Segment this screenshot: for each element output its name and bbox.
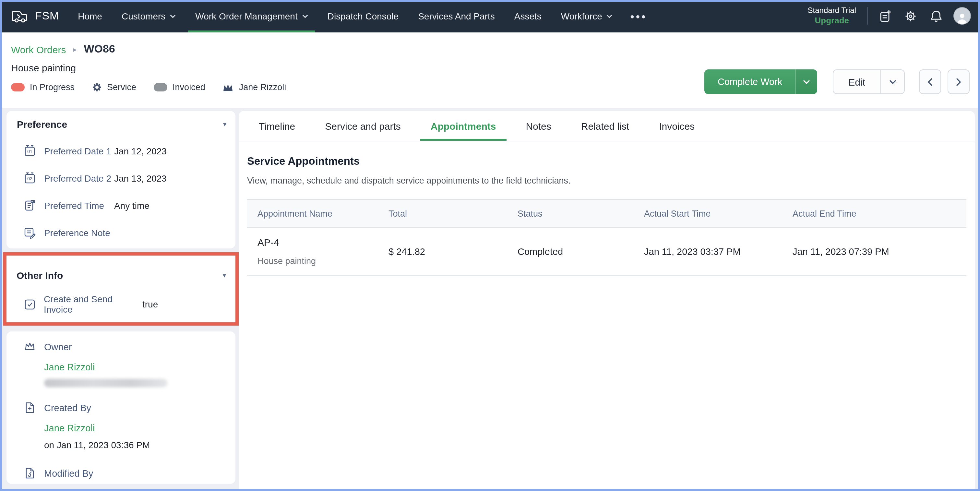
next-record-button[interactable] <box>948 69 970 94</box>
breadcrumb: Work Orders ▸ WO86 <box>11 43 970 56</box>
appointments-section: Service Appointments View, manage, sched… <box>239 155 975 276</box>
trial-label: Standard Trial <box>808 6 856 16</box>
note-add-icon <box>878 9 892 23</box>
nav-item-assets[interactable]: Assets <box>504 0 551 32</box>
owner-row: Owner <box>24 340 235 353</box>
breadcrumb-current: WO86 <box>84 43 115 56</box>
document-wrench-icon <box>24 467 36 479</box>
created-by-name-link[interactable]: Jane Rizzoli <box>44 423 95 433</box>
tab-invoices[interactable]: Invoices <box>649 111 705 141</box>
table-row[interactable]: AP-4 House painting $ 241.82 Completed J… <box>247 227 966 275</box>
chevron-down-icon <box>803 79 810 84</box>
tab-label: Appointments <box>431 120 496 131</box>
other-info-card: Other Info ▾ Create and Send Invoice tru… <box>6 256 235 315</box>
nav-item-label: Assets <box>514 11 542 21</box>
collapse-icon[interactable]: ▾ <box>223 121 226 128</box>
status-label: In Progress <box>30 83 75 92</box>
appointments-table: Appointment Name Total Status Actual Sta… <box>247 199 966 276</box>
chevron-down-icon <box>170 14 176 18</box>
field-preferred-date-2: 02 Preferred Date 2 Jan 13, 2023 <box>24 172 235 184</box>
nav-item-work-order-management[interactable]: Work Order Management <box>186 0 318 32</box>
svg-text:02: 02 <box>27 176 32 181</box>
status-label: Service <box>107 83 136 92</box>
complete-work-label: Complete Work <box>705 69 795 94</box>
field-label: Preferred Date 2 <box>44 173 114 183</box>
note-pencil-icon <box>24 226 36 239</box>
created-by-label: Created By <box>44 402 91 413</box>
detail-sidebar: Preference ▾ 01 Preferred Date 1 Jan 12,… <box>6 111 235 248</box>
field-preference-note: Preference Note <box>24 226 235 239</box>
brand[interactable]: FSM <box>11 10 59 23</box>
document-plus-icon <box>24 402 36 414</box>
nav-item-services-and-parts[interactable]: Services And Parts <box>408 0 504 32</box>
notifications-button[interactable] <box>928 8 944 24</box>
gear-icon <box>904 9 918 23</box>
quick-create-button[interactable] <box>878 8 893 24</box>
tab-bar: Timeline Service and parts Appointments … <box>239 111 975 141</box>
nav-item-workforce[interactable]: Workforce <box>551 0 622 32</box>
owner-name-link[interactable]: Jane Rizzoli <box>44 362 95 372</box>
content-area: Preference ▾ 01 Preferred Date 1 Jan 12,… <box>0 108 980 491</box>
avatar[interactable] <box>953 8 971 25</box>
status-owner: Jane Rizzoli <box>223 83 286 92</box>
nav-more-menu[interactable]: ●●● <box>622 12 655 20</box>
status-dot <box>11 83 25 91</box>
edit-dropdown[interactable] <box>880 70 904 94</box>
top-navbar: FSM Home Customers Work Order Management… <box>0 0 980 32</box>
tab-label: Related list <box>581 120 629 131</box>
other-info-highlight-box: Other Info ▾ Create and Send Invoice tru… <box>3 252 239 326</box>
appointment-subtitle: House painting <box>258 256 388 266</box>
breadcrumb-work-orders-link[interactable]: Work Orders <box>11 44 66 55</box>
tab-label: Invoices <box>659 120 695 131</box>
field-label: Preferred Time <box>44 200 114 210</box>
status-service-type: Service <box>92 83 136 92</box>
tab-label: Service and parts <box>325 120 401 131</box>
calendar-01-icon: 01 <box>24 145 36 157</box>
svg-text:01: 01 <box>27 149 32 154</box>
tab-service-and-parts[interactable]: Service and parts <box>315 111 411 141</box>
fsm-truck-icon <box>11 10 29 23</box>
divider <box>867 8 868 25</box>
chevron-down-icon <box>889 79 896 84</box>
appointment-name[interactable]: AP-4 <box>258 237 388 248</box>
tab-related-list[interactable]: Related list <box>571 111 640 141</box>
tab-appointments[interactable]: Appointments <box>420 111 506 141</box>
field-label: Preference Note <box>44 227 114 238</box>
edit-label: Edit <box>834 70 880 94</box>
brand-label: FSM <box>35 10 59 23</box>
nav-item-home[interactable]: Home <box>68 0 112 32</box>
field-value: Jan 13, 2023 <box>114 173 167 183</box>
status-label: Jane Rizzoli <box>239 83 286 92</box>
person-icon <box>956 12 968 24</box>
col-status: Status <box>517 199 644 227</box>
previous-record-button[interactable] <box>919 69 941 94</box>
owner-label: Owner <box>44 342 72 352</box>
field-create-and-send-invoice: Create and Send Invoice true <box>24 294 235 315</box>
section-title: Service Appointments <box>247 155 966 167</box>
navbar-right: Standard Trial Upgrade <box>808 6 971 27</box>
nav-item-customers[interactable]: Customers <box>112 0 186 32</box>
record-info-card: Owner Jane Rizzoli Created By Jane Rizzo… <box>6 331 235 484</box>
tab-timeline[interactable]: Timeline <box>248 111 305 141</box>
tab-notes[interactable]: Notes <box>515 111 562 141</box>
service-gear-icon <box>92 83 102 92</box>
main-panel: Timeline Service and parts Appointments … <box>239 111 975 491</box>
table-header-row: Appointment Name Total Status Actual Sta… <box>247 199 966 227</box>
settings-button[interactable] <box>903 8 918 24</box>
col-actual-end-time: Actual End Time <box>792 199 966 227</box>
upgrade-link[interactable]: Upgrade <box>808 16 856 27</box>
collapse-icon[interactable]: ▾ <box>223 272 226 279</box>
field-label: Create and Send Invoice <box>44 294 142 315</box>
calendar-02-icon: 02 <box>24 172 36 184</box>
col-actual-start-time: Actual Start Time <box>644 199 792 227</box>
complete-work-button[interactable]: Complete Work <box>705 69 817 94</box>
chevron-right-icon <box>956 78 961 86</box>
cell-actual-start-time: Jan 11, 2023 03:37 PM <box>644 227 792 275</box>
chevron-down-icon <box>607 14 612 18</box>
nav-item-dispatch-console[interactable]: Dispatch Console <box>318 0 408 32</box>
edit-button[interactable]: Edit <box>833 69 905 94</box>
modified-by-row: Modified By <box>24 467 235 479</box>
complete-work-dropdown[interactable] <box>795 69 817 94</box>
col-total: Total <box>388 199 517 227</box>
nav-item-label: Work Order Management <box>195 11 298 21</box>
